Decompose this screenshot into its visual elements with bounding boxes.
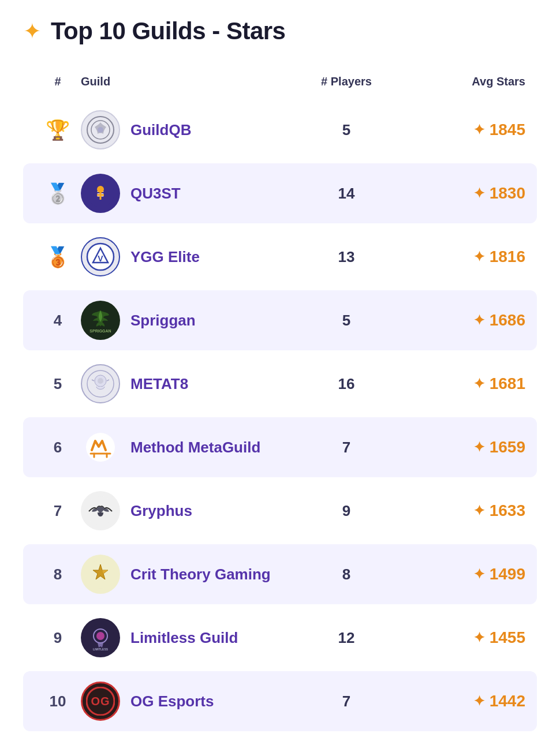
svg-rect-18	[86, 433, 115, 462]
stars-value-8: 1499	[490, 565, 525, 583]
star-icon-8: ✦	[473, 566, 485, 582]
rank-number-7: 7	[54, 502, 62, 520]
stars-value-5: 1681	[490, 375, 525, 393]
guild-name-10: OG Esports	[130, 693, 214, 710]
guild-name-8: Crit Theory Gaming	[130, 566, 271, 583]
guild-cell-10: OG OG Esports	[81, 682, 283, 721]
table-row: 🥉 V YGG Elite 13 ✦ 1816	[23, 227, 537, 287]
svg-point-15	[98, 378, 103, 384]
table-row: 6 Method MetaGuild 7 ✦ 1659	[23, 417, 537, 477]
guild-logo-guildqb	[81, 110, 120, 149]
svg-text:SPRIGGAN: SPRIGGAN	[89, 329, 111, 333]
guild-logo-crit	[81, 555, 120, 594]
stars-value-3: 1816	[490, 248, 525, 266]
rank-cell-5: 5	[35, 375, 81, 393]
star-icon-10: ✦	[473, 693, 485, 709]
rank-cell-3: 🥉	[35, 245, 81, 268]
guild-name-6: Method MetaGuild	[130, 439, 260, 456]
guild-name-1: GuildQB	[130, 121, 191, 139]
rank-cell-7: 7	[35, 502, 81, 520]
stars-value-9: 1455	[490, 628, 525, 647]
svg-text:V: V	[98, 254, 103, 263]
stars-cell-4: ✦ 1686	[410, 311, 525, 330]
page-header: ✦ Top 10 Guilds - Stars	[23, 17, 537, 45]
guild-logo-limitless: LIMITLESS	[81, 618, 120, 657]
guild-logo-spriggan: SPRIGGAN	[81, 301, 120, 340]
col-players: # Players	[283, 75, 410, 88]
stars-cell-9: ✦ 1455	[410, 628, 525, 647]
stars-cell-7: ✦ 1633	[410, 502, 525, 520]
star-icon-3: ✦	[473, 249, 485, 265]
star-icon-1: ✦	[473, 122, 485, 138]
rank-cell-2: 🥈	[35, 182, 81, 205]
guild-name-3: YGG Elite	[130, 248, 200, 266]
guilds-table: # Guild # Players Avg Stars 🏆 GuildQB 5 …	[23, 68, 537, 731]
guild-logo-qu3st: ≡	[81, 174, 120, 213]
rank-cell-9: 9	[35, 629, 81, 647]
guild-name-9: Limitless Guild	[130, 629, 238, 647]
page-title: Top 10 Guilds - Stars	[51, 17, 285, 45]
guild-cell-6: Method MetaGuild	[81, 428, 283, 467]
guild-cell-2: ≡ QU3ST	[81, 174, 283, 213]
rank-cell-8: 8	[35, 566, 81, 583]
stars-value-7: 1633	[490, 502, 525, 520]
svg-point-23	[96, 632, 104, 640]
svg-text:LIMITLESS: LIMITLESS	[93, 648, 109, 651]
col-rank: #	[35, 75, 81, 88]
stars-value-4: 1686	[490, 311, 525, 330]
stars-cell-10: ✦ 1442	[410, 692, 525, 710]
rank-number-5: 5	[54, 375, 62, 393]
guild-cell-5: METAT8	[81, 364, 283, 403]
guild-logo-gryphus	[81, 491, 120, 530]
stars-value-2: 1830	[490, 184, 525, 203]
star-icon-5: ✦	[473, 376, 485, 392]
players-cell-1: 5	[283, 121, 410, 139]
table-row: 8 Crit Theory Gaming 8 ✦ 1499	[23, 544, 537, 604]
star-icon-7: ✦	[473, 503, 485, 519]
table-row: 7 Gryphus 9 ✦ 1633	[23, 481, 537, 541]
players-cell-2: 14	[283, 185, 410, 203]
star-icon-9: ✦	[473, 630, 485, 646]
table-row: 🏆 GuildQB 5 ✦ 1845	[23, 100, 537, 160]
header-star-icon: ✦	[23, 20, 42, 42]
guild-cell-9: LIMITLESS Limitless Guild	[81, 618, 283, 657]
guild-name-7: Gryphus	[130, 502, 192, 520]
trophy-icon: 🏆	[46, 118, 70, 141]
guild-logo-metat8	[81, 364, 120, 403]
guild-cell-3: V YGG Elite	[81, 237, 283, 276]
table-row: 4 SPRIGGAN Spriggan 5 ✦ 1686	[23, 290, 537, 350]
rank-number-4: 4	[54, 312, 62, 330]
stars-cell-1: ✦ 1845	[410, 121, 525, 139]
stars-value-6: 1659	[490, 438, 525, 456]
guild-name-4: Spriggan	[130, 312, 196, 330]
players-cell-10: 7	[283, 693, 410, 710]
players-cell-6: 7	[283, 439, 410, 456]
stars-value-1: 1845	[490, 121, 525, 139]
stars-cell-8: ✦ 1499	[410, 565, 525, 583]
bronze-medal-icon: 🥉	[46, 245, 70, 268]
rank-number-8: 8	[54, 566, 62, 583]
star-icon-2: ✦	[473, 185, 485, 201]
guild-name-2: QU3ST	[130, 185, 181, 203]
rank-cell-1: 🏆	[35, 118, 81, 141]
stars-cell-5: ✦ 1681	[410, 375, 525, 393]
guild-cell-4: SPRIGGAN Spriggan	[81, 301, 283, 340]
guild-logo-ygg: V	[81, 237, 120, 276]
svg-point-5	[97, 186, 104, 193]
col-stars: Avg Stars	[410, 75, 525, 88]
svg-text:OG: OG	[91, 695, 110, 708]
rank-cell-4: 4	[35, 312, 81, 330]
guild-logo-og: OG	[81, 682, 120, 721]
table-row: 9 LIMITLESS Limitless Guild 12 ✦ 1455	[23, 608, 537, 668]
table-row: 5 METAT8 16 ✦ 1681	[23, 354, 537, 414]
players-cell-7: 9	[283, 502, 410, 520]
rank-number-9: 9	[54, 629, 62, 647]
guild-cell-7: Gryphus	[81, 491, 283, 530]
players-cell-5: 16	[283, 375, 410, 393]
guild-name-5: METAT8	[130, 375, 188, 393]
table-header: # Guild # Players Avg Stars	[23, 68, 537, 95]
rank-number-6: 6	[54, 439, 62, 456]
star-icon-6: ✦	[473, 439, 485, 455]
players-cell-3: 13	[283, 248, 410, 266]
svg-point-2	[98, 127, 103, 133]
